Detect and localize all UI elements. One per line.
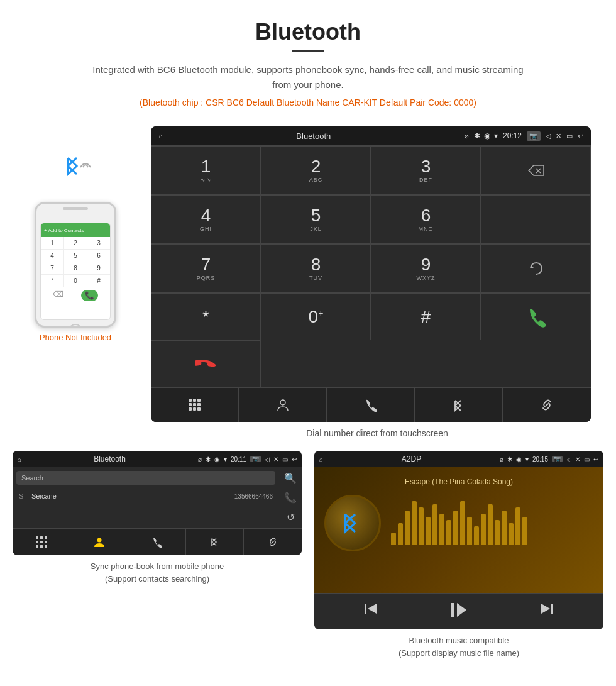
dial-home-icon: ⌂: [158, 132, 163, 140]
pb-bottom-bluetooth[interactable]: [186, 529, 244, 555]
music-bluetooth-icon: [340, 511, 365, 536]
dialer-key-4: 4: [41, 250, 63, 262]
eq-bar: [481, 514, 486, 545]
music-win-icon: ▭: [584, 456, 590, 463]
pb-bottom-dialpad[interactable]: [13, 529, 70, 555]
svg-point-11: [280, 400, 285, 405]
music-content: Escape (The Pina Colada Song): [314, 467, 603, 593]
dial-time: 20:12: [503, 131, 522, 140]
dial-wifi-icon: ▾: [494, 131, 498, 140]
svg-rect-6: [193, 403, 196, 406]
music-title: A2DP: [327, 455, 496, 463]
dial-bottom-bar: [151, 387, 591, 422]
eq-bar: [467, 517, 472, 545]
pb-time: 20:11: [231, 456, 246, 463]
dial-key-star[interactable]: *: [151, 293, 261, 340]
dial-key-6[interactable]: 6MNO: [371, 195, 481, 244]
eq-bar: [509, 523, 514, 545]
main-section: + Add to Contacts 1 2 3 4 5 6 7 8 9 * 0 …: [0, 126, 616, 451]
dialer-key-8: 8: [64, 262, 87, 274]
dial-screen: ⌂ Bluetooth ⌀ ✱ ◉ ▾ 20:12 📷 ◁ ✕ ▭ ↩ 1: [151, 126, 591, 422]
phone-screen: + Add to Contacts 1 2 3 4 5 6 7 8 9 * 0 …: [40, 223, 111, 320]
bottom-panels: ⌂ Bluetooth ⌀ ✱ ◉ ▾ 20:11 📷 ◁ ✕ ▭ ↩ Sear…: [0, 451, 616, 680]
dial-status-bar: ⌂ Bluetooth ⌀ ✱ ◉ ▾ 20:12 📷 ◁ ✕ ▭ ↩: [151, 126, 591, 145]
svg-rect-15: [45, 536, 47, 539]
dial-key-9[interactable]: 9WXYZ: [371, 244, 481, 293]
dialer-key-hash: #: [87, 275, 110, 287]
pb-sidebar: 🔍 📞 ↺: [279, 467, 302, 528]
svg-rect-14: [40, 536, 43, 539]
svg-line-23: [272, 541, 274, 543]
dial-bottom-dialpad[interactable]: [151, 388, 239, 422]
svg-rect-25: [365, 604, 366, 614]
dial-key-0[interactable]: 0+: [261, 293, 371, 340]
dialer-key-5: 5: [64, 250, 87, 262]
eq-bar: [398, 523, 403, 545]
dial-bottom-link[interactable]: [503, 388, 591, 422]
pb-sidebar-refresh-icon[interactable]: ↺: [287, 511, 295, 523]
dial-window-icon: ▭: [566, 132, 573, 140]
svg-rect-29: [551, 604, 553, 614]
dial-backspace[interactable]: [481, 146, 591, 195]
dial-key-5[interactable]: 5JKL: [261, 195, 371, 244]
dial-key-hash[interactable]: #: [371, 293, 481, 340]
dial-bt-icon: ✱: [474, 131, 480, 140]
phonebook-panel: ⌂ Bluetooth ⌀ ✱ ◉ ▾ 20:11 📷 ◁ ✕ ▭ ↩ Sear…: [13, 451, 302, 661]
dial-key-1[interactable]: 1∿∿: [151, 146, 261, 195]
dial-status-icons: ✱ ◉ ▾: [474, 131, 498, 140]
phone-not-included-text: Phone Not Included: [40, 333, 111, 342]
dial-key-4[interactable]: 4GHI: [151, 195, 261, 244]
page-title: Bluetooth: [13, 19, 603, 45]
dialer-key-3: 3: [87, 237, 110, 249]
eq-bar: [453, 511, 458, 545]
svg-rect-20: [40, 545, 43, 548]
pb-sidebar-call-icon[interactable]: 📞: [284, 492, 297, 504]
svg-rect-8: [189, 407, 192, 411]
dial-key-7[interactable]: 7PQRS: [151, 244, 261, 293]
eq-bar: [522, 517, 527, 545]
eq-bar: [460, 501, 465, 545]
svg-rect-13: [36, 536, 38, 539]
dial-key-2[interactable]: 2ABC: [261, 146, 371, 195]
dial-bottom-call[interactable]: [327, 388, 415, 422]
dial-caption: Dial number direct from touchscreen: [151, 422, 603, 451]
eq-bar: [439, 514, 444, 545]
svg-rect-17: [40, 541, 43, 543]
dial-grid: 1∿∿ 2ABC 3DEF 4GHI: [151, 145, 591, 387]
dial-call-green[interactable]: [481, 293, 591, 340]
music-time: 20:15: [532, 456, 548, 463]
dial-bottom-bluetooth[interactable]: [415, 388, 503, 422]
music-prev-btn[interactable]: [363, 601, 378, 622]
dial-call-red[interactable]: [151, 340, 261, 387]
pb-bottom-contacts[interactable]: [70, 529, 128, 555]
pb-sidebar-search-icon[interactable]: 🔍: [284, 472, 297, 484]
dial-key-3[interactable]: 3DEF: [371, 146, 481, 195]
pb-close-icon: ✕: [273, 456, 278, 463]
music-back-icon: ↩: [593, 456, 598, 463]
dial-refresh[interactable]: [481, 244, 591, 293]
pb-bottom-link[interactable]: [244, 529, 302, 555]
dialer-key-0: 0: [64, 275, 87, 287]
pb-search-placeholder: Search: [21, 474, 43, 482]
pb-wifi-icon: ▾: [224, 456, 227, 463]
music-panel: ⌂ A2DP ⌀ ✱ ◉ ▾ 20:15 📷 ◁ ✕ ▭ ↩ Escape (T…: [314, 451, 603, 661]
dialer-key-star: *: [41, 275, 63, 287]
bluetooth-signal-icon: [50, 145, 101, 196]
eq-bar: [446, 520, 451, 545]
pb-back-icon: ↩: [292, 456, 297, 463]
music-wifi-icon: ▾: [525, 456, 529, 463]
music-screen: ⌂ A2DP ⌀ ✱ ◉ ▾ 20:15 📷 ◁ ✕ ▭ ↩ Escape (T…: [314, 451, 603, 629]
eq-bar: [474, 526, 479, 545]
eq-bar: [432, 504, 437, 545]
pb-caption: Sync phone-book from mobile phone (Suppo…: [91, 555, 224, 587]
dial-key-8[interactable]: 8TUV: [261, 244, 371, 293]
pb-bt-icon: ✱: [206, 456, 211, 463]
pb-search-bar[interactable]: Search: [16, 471, 275, 485]
music-playpause-btn[interactable]: [450, 601, 468, 622]
pb-bottom-call[interactable]: [128, 529, 186, 555]
dial-bottom-contacts[interactable]: [239, 388, 327, 422]
dialer-key-9: 9: [87, 262, 110, 274]
music-next-btn[interactable]: [540, 601, 555, 622]
eq-bar: [419, 507, 424, 545]
pb-vol-icon: ◁: [265, 456, 270, 463]
